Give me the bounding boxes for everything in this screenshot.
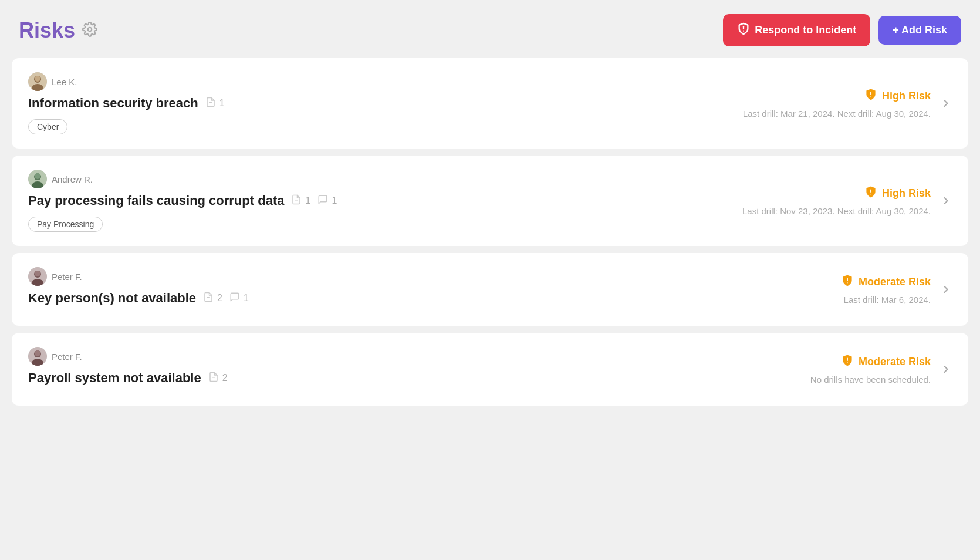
comment-icon	[317, 194, 328, 208]
risk-card[interactable]: Peter F. Payroll system not available 2	[12, 333, 968, 406]
risk-meta: 1	[205, 97, 225, 110]
svg-point-20	[35, 271, 40, 276]
risk-card-content: Lee K. Information security breach 1 Cyb…	[28, 72, 731, 134]
risk-level-badge: High Risk	[864, 88, 931, 104]
risk-right: Moderate Risk No drills have been schedu…	[731, 347, 931, 392]
document-icon	[203, 292, 214, 305]
risk-level-badge: Moderate Risk	[841, 354, 931, 370]
risk-meta: 2	[208, 372, 228, 385]
shield-icon	[864, 88, 877, 104]
risks-list: Lee K. Information security breach 1 Cyb…	[0, 58, 980, 413]
drill-info: Last drill: Nov 23, 2023. Next drill: Au…	[742, 206, 931, 216]
avatar	[28, 72, 47, 91]
chevron-right-icon	[940, 284, 952, 295]
user-name: Peter F.	[52, 272, 82, 282]
header-left: Risks	[19, 18, 97, 43]
respond-incident-label: Respond to Incident	[755, 24, 856, 36]
risk-tag: Cyber	[28, 119, 67, 134]
risk-level-text: Moderate Risk	[859, 356, 931, 368]
risk-card[interactable]: Andrew R. Pay processing fails causing c…	[12, 156, 968, 246]
svg-point-9	[870, 96, 871, 97]
avatar	[28, 170, 47, 188]
risk-right: Moderate Risk Last drill: Mar 6, 2024.	[731, 267, 931, 312]
shield-icon	[841, 354, 854, 370]
risk-title: Payroll system not available	[28, 370, 201, 386]
risk-card-content: Peter F. Payroll system not available 2	[28, 347, 731, 392]
risk-title: Key person(s) not available	[28, 291, 196, 306]
svg-point-0	[88, 27, 92, 31]
doc-count: 1	[219, 98, 225, 109]
comment-count: 1	[332, 195, 337, 206]
document-icon	[205, 97, 216, 110]
comment-count: 1	[244, 293, 249, 303]
risk-level-badge: Moderate Risk	[841, 274, 931, 290]
risk-user: Andrew R.	[28, 170, 731, 188]
header-buttons: Respond to Incident + Add Risk	[723, 14, 961, 46]
risk-level-text: High Risk	[882, 90, 931, 102]
svg-point-23	[847, 282, 848, 284]
risk-main-row: Information security breach 1	[28, 96, 731, 111]
risk-main-row: Payroll system not available 2	[28, 370, 731, 386]
risk-level-text: High Risk	[882, 187, 931, 200]
risk-meta: 1 1	[291, 194, 337, 208]
page-title: Risks	[19, 18, 75, 43]
drill-info: Last drill: Mar 6, 2024.	[844, 295, 931, 305]
drill-info: No drills have been scheduled.	[810, 375, 931, 384]
document-icon	[291, 194, 302, 208]
svg-point-13	[35, 173, 40, 179]
document-icon	[208, 372, 219, 385]
page-header: Risks Respond to Incident + Add Risk	[0, 0, 980, 58]
avatar	[28, 347, 47, 366]
add-risk-label: + Add Risk	[893, 24, 947, 36]
risk-user: Lee K.	[28, 72, 731, 91]
drill-info: Last drill: Mar 21, 2024. Next drill: Au…	[743, 109, 931, 119]
svg-point-27	[35, 350, 40, 356]
svg-point-30	[847, 362, 848, 363]
shield-icon	[864, 185, 877, 201]
risk-main-row: Key person(s) not available 2 1	[28, 291, 731, 306]
risk-main-row: Pay processing fails causing corrupt dat…	[28, 193, 731, 208]
risk-level-badge: High Risk	[864, 185, 931, 201]
risk-card[interactable]: Lee K. Information security breach 1 Cyb…	[12, 58, 968, 149]
shield-alert-icon	[737, 22, 750, 38]
respond-to-incident-button[interactable]: Respond to Incident	[723, 14, 870, 46]
risk-meta: 2 1	[203, 292, 249, 305]
risk-card-content: Peter F. Key person(s) not available 2 1	[28, 267, 731, 312]
comment-icon	[229, 292, 240, 305]
chevron-right-icon	[940, 195, 952, 207]
svg-point-16	[870, 194, 871, 195]
risk-right: High Risk Last drill: Mar 21, 2024. Next…	[731, 72, 931, 134]
risk-user: Peter F.	[28, 267, 731, 286]
risk-title: Pay processing fails causing corrupt dat…	[28, 193, 284, 208]
risk-tag: Pay Processing	[28, 217, 103, 232]
gear-icon[interactable]	[82, 22, 97, 39]
risk-card[interactable]: Peter F. Key person(s) not available 2 1	[12, 253, 968, 326]
risk-card-content: Andrew R. Pay processing fails causing c…	[28, 170, 731, 232]
chevron-right-icon	[940, 363, 952, 375]
risk-tags: Cyber	[28, 119, 731, 134]
doc-count: 1	[305, 195, 310, 206]
doc-count: 2	[222, 373, 228, 383]
avatar	[28, 267, 47, 286]
svg-point-6	[35, 76, 40, 82]
risk-title: Information security breach	[28, 96, 198, 111]
risk-right: High Risk Last drill: Nov 23, 2023. Next…	[731, 170, 931, 232]
risk-user: Peter F.	[28, 347, 731, 366]
doc-count: 2	[217, 293, 222, 303]
risk-level-text: Moderate Risk	[859, 276, 931, 288]
risk-tags: Pay Processing	[28, 217, 731, 232]
user-name: Andrew R.	[52, 174, 93, 184]
user-name: Peter F.	[52, 352, 82, 362]
shield-icon	[841, 274, 854, 290]
add-risk-button[interactable]: + Add Risk	[878, 16, 961, 45]
user-name: Lee K.	[52, 77, 77, 87]
chevron-right-icon	[940, 97, 952, 109]
